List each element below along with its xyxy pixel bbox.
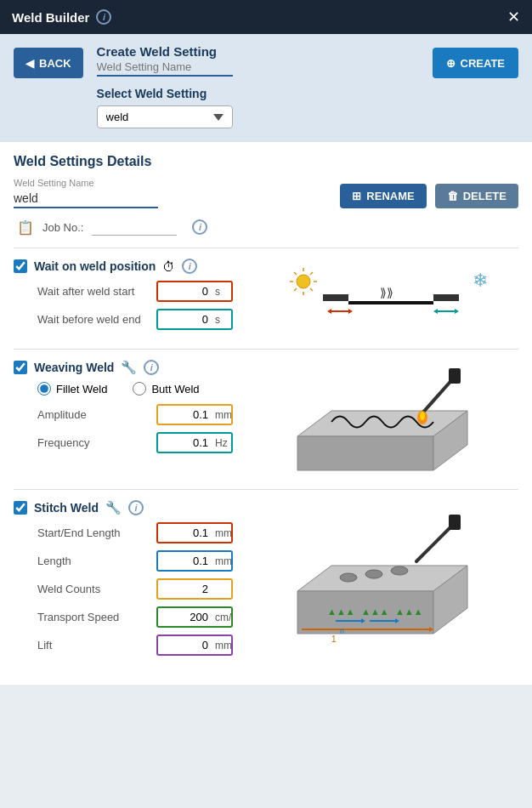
wait-info-icon[interactable]: i xyxy=(182,259,197,274)
svg-rect-10 xyxy=(323,294,348,301)
svg-marker-18 xyxy=(455,309,459,314)
frequency-input[interactable] xyxy=(158,434,213,452)
amplitude-input-wrap: mm xyxy=(156,404,233,425)
top-panel-content: Create Weld Setting ⊕ CREATE Select Weld… xyxy=(97,44,518,128)
start-end-length-label: Start/End Length xyxy=(37,526,156,539)
svg-point-0 xyxy=(297,275,310,288)
lift-unit: mm xyxy=(213,637,233,654)
length-input[interactable] xyxy=(158,552,213,570)
create-weld-section: Create Weld Setting xyxy=(97,44,433,77)
butt-weld-option[interactable]: Butt Weld xyxy=(133,382,199,395)
svg-marker-15 xyxy=(327,309,331,314)
stitch-weld-section: Stitch Weld 🔧 i Start/End Length mm Leng… xyxy=(14,500,518,664)
svg-text:▲▲▲: ▲▲▲ xyxy=(361,606,389,617)
amplitude-input[interactable] xyxy=(158,406,213,424)
svg-point-26 xyxy=(420,412,425,420)
butt-weld-radio[interactable] xyxy=(133,382,146,395)
weld-counts-row: Weld Counts xyxy=(14,578,263,600)
weld-counts-label: Weld Counts xyxy=(37,583,156,595)
svg-marker-14 xyxy=(348,309,353,314)
info-icon[interactable]: i xyxy=(96,9,111,25)
frequency-label: Frequency xyxy=(37,436,156,449)
weaving-weld-label: Weaving Weld xyxy=(34,361,114,374)
stitch-info-icon[interactable]: i xyxy=(128,500,144,515)
butt-weld-label: Butt Weld xyxy=(151,383,199,395)
lift-input[interactable] xyxy=(158,636,213,654)
length-wrap: mm xyxy=(156,550,233,572)
lift-row: Lift mm xyxy=(14,634,263,656)
fillet-weld-option[interactable]: Fillet Weld xyxy=(37,382,107,395)
top-row: Create Weld Setting ⊕ CREATE xyxy=(97,44,518,78)
wait-checkbox-header: Wait on weld position ⏱ i xyxy=(14,259,263,274)
svg-point-31 xyxy=(365,570,382,578)
divider-2 xyxy=(14,349,518,350)
lift-wrap: mm xyxy=(156,634,233,656)
stitch-checkbox-header: Stitch Weld 🔧 i xyxy=(14,500,263,515)
start-end-length-row: Start/End Length mm xyxy=(14,522,263,543)
job-label: Job No.: xyxy=(42,221,83,234)
create-button[interactable]: ⊕ CREATE xyxy=(433,48,518,78)
amplitude-label: Amplitude xyxy=(37,408,156,421)
fillet-weld-radio[interactable] xyxy=(37,382,51,395)
wait-after-start-input[interactable] xyxy=(158,282,213,300)
svg-text:n: n xyxy=(340,627,344,635)
select-weld-section: Select Weld Setting weld xyxy=(97,87,518,128)
transport-speed-wrap: cm/min xyxy=(156,606,233,628)
weld-counts-input[interactable] xyxy=(158,580,213,598)
wait-before-end-label: Wait before weld end xyxy=(37,313,156,326)
length-row: Length mm xyxy=(14,550,263,572)
svg-line-5 xyxy=(294,272,297,275)
svg-rect-45 xyxy=(449,515,461,530)
weaving-info-icon[interactable]: i xyxy=(144,360,159,375)
svg-text:⟫⟫: ⟫⟫ xyxy=(380,286,393,299)
svg-text:❄: ❄ xyxy=(473,270,488,291)
weld-settings-left: Weld Settings Details Weld Setting Name xyxy=(14,154,158,208)
length-unit: mm xyxy=(213,553,233,570)
svg-point-32 xyxy=(391,566,408,575)
rename-icon: ⊞ xyxy=(352,190,361,202)
wait-after-start-label: Wait after weld start xyxy=(37,285,156,298)
weld-counts-wrap xyxy=(156,578,233,600)
wait-fields: Wait on weld position ⏱ i Wait after wel… xyxy=(14,259,263,339)
weaving-weld-section: Weaving Weld 🔧 i Fillet Weld Butt Weld xyxy=(14,360,518,479)
stitch-weld-label: Stitch Weld xyxy=(34,501,99,515)
divider-3 xyxy=(14,489,518,490)
start-end-length-wrap: mm xyxy=(156,522,233,543)
weaving-fields: Weaving Weld 🔧 i Fillet Weld Butt Weld xyxy=(14,360,263,479)
svg-text:▲▲▲: ▲▲▲ xyxy=(327,606,355,617)
job-row: 📋 Job No.: i xyxy=(14,219,518,236)
transport-speed-input[interactable] xyxy=(158,608,213,626)
stitch-weld-checkbox[interactable] xyxy=(14,501,27,515)
svg-rect-24 xyxy=(449,368,461,384)
section-title: Weld Settings Details xyxy=(14,154,158,169)
start-end-length-input[interactable] xyxy=(158,524,213,542)
weld-setting-name-input[interactable] xyxy=(14,190,158,208)
weld-name-input[interactable] xyxy=(97,59,233,77)
transport-speed-label: Transport Speed xyxy=(37,611,156,623)
back-button[interactable]: ◀ BACK xyxy=(14,48,83,78)
stitch-checkbox-section: Stitch Weld 🔧 i Start/End Length mm Leng… xyxy=(14,500,263,656)
svg-rect-11 xyxy=(348,301,433,304)
stitch-diagram: ▲▲▲ ▲▲▲ ▲▲▲ 1 n xyxy=(272,500,518,664)
delete-button[interactable]: 🗑 DELETE xyxy=(435,184,518,208)
wait-on-weld-checkbox[interactable] xyxy=(14,259,27,273)
rename-button[interactable]: ⊞ RENAME xyxy=(340,184,426,208)
job-info-icon[interactable]: i xyxy=(192,219,207,235)
wait-diagram: ❄ ⟫⟫ xyxy=(272,259,518,339)
top-panel: ◀ BACK Create Weld Setting ⊕ CREATE Sele… xyxy=(0,34,532,142)
stitch-diagram-svg: ▲▲▲ ▲▲▲ ▲▲▲ 1 n xyxy=(280,506,510,659)
weaving-weld-checkbox[interactable] xyxy=(14,361,27,374)
wait-before-end-input[interactable] xyxy=(158,310,213,328)
lift-label: Lift xyxy=(37,639,156,652)
weld-select[interactable]: weld xyxy=(97,105,233,128)
frequency-input-wrap: Hz xyxy=(156,432,233,453)
svg-marker-19 xyxy=(433,309,438,314)
job-icon: 📋 xyxy=(17,219,34,236)
create-weld-title: Create Weld Setting xyxy=(97,44,433,59)
job-no-input[interactable] xyxy=(92,219,177,236)
weaving-checkbox-header: Weaving Weld 🔧 i xyxy=(14,360,263,375)
svg-text:1: 1 xyxy=(331,634,337,644)
close-button[interactable]: ✕ xyxy=(507,9,520,25)
svg-rect-12 xyxy=(433,294,459,301)
select-weld-label: Select Weld Setting xyxy=(97,87,518,100)
